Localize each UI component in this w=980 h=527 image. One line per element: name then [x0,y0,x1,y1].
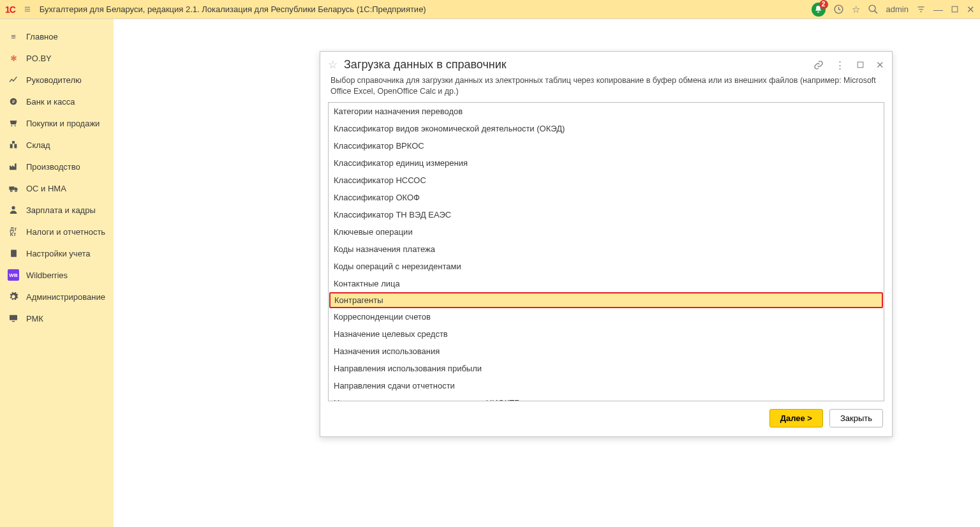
list-item[interactable]: Категории назначения переводов [329,103,884,120]
svg-rect-8 [9,186,14,189]
titlebar: 1C ≡ Бухгалтерия для Беларуси, редакция … [0,0,980,19]
svg-point-9 [10,190,12,192]
list-item[interactable]: Коды назначения платежа [329,241,884,258]
close-icon[interactable]: ✕ [967,4,975,15]
dialog-maximize-icon[interactable] [856,61,865,69]
sidebar-item-label: Склад [26,140,50,150]
list-item[interactable]: Нематериальные активы и расходы на НИОКТ… [329,394,884,401]
sidebar: ≡ Главное ✱ PO.BY Руководителю ₽ Банк и … [0,19,114,527]
dialog-header: ☆ Загрузка данных в справочник ⋮ ✕ [320,52,892,75]
sidebar-item-label: Администрирование [26,292,105,302]
sidebar-item-label: Налоги и отчетность [26,227,105,237]
sidebar-item-tax[interactable]: ДтКт Налоги и отчетность [0,221,114,242]
sidebar-item-rmk[interactable]: РМК [0,308,114,329]
user-label[interactable]: admin [886,4,909,14]
cart-icon [8,117,19,129]
sidebar-item-label: PO.BY [26,54,52,63]
sidebar-item-label: Производство [26,162,80,172]
list-item[interactable]: Ключевые операции [329,223,884,241]
link-icon[interactable] [813,60,824,70]
sidebar-item-production[interactable]: Производство [0,156,114,177]
coin-icon: ₽ [8,96,19,107]
gear-icon [8,291,19,302]
import-dialog: ☆ Загрузка данных в справочник ⋮ ✕ Выбор… [320,51,893,437]
sidebar-item-bank[interactable]: ₽ Банк и касса [0,91,114,112]
svg-point-10 [15,190,17,192]
svg-point-1 [869,5,875,11]
logo-1c: 1C [5,4,15,15]
sidebar-item-label: Руководителю [26,75,82,85]
sidebar-item-label: Wildberries [26,271,68,280]
burger-icon: ≡ [8,31,19,42]
svg-rect-13 [10,315,17,320]
svg-rect-15 [858,62,863,68]
list-item[interactable]: Классификатор видов экономической деятел… [329,120,884,137]
notification-badge: 2 [819,0,828,9]
chart-icon [8,74,19,85]
sidebar-item-settings[interactable]: Настройки учета [0,242,114,264]
next-button[interactable]: Далее > [769,409,823,427]
factory-icon [8,161,19,172]
list-item[interactable]: Контактные лица [329,275,884,292]
sidebar-item-label: Банк и касса [26,97,75,107]
sidebar-item-poby[interactable]: ✱ PO.BY [0,47,114,69]
sidebar-item-stock[interactable]: Склад [0,134,114,156]
dialog-button-bar: Далее > Закрыть [320,401,892,436]
menu-dots-icon[interactable]: ⋮ [835,59,845,71]
notifications-button[interactable]: 2 [812,3,826,17]
list-item[interactable]: Классификатор ОКОФ [329,189,884,206]
book-icon [8,248,19,259]
content-area: ☆ Загрузка данных в справочник ⋮ ✕ Выбор… [114,19,980,527]
list-item[interactable]: Классификатор ВРКОС [329,137,884,154]
svg-rect-14 [12,321,15,322]
sidebar-item-manager[interactable]: Руководителю [0,69,114,91]
app-title: Бухгалтерия для Беларуси, редакция 2.1. … [40,4,806,14]
list-item[interactable]: Направления сдачи отчетности [329,377,884,394]
minimize-icon[interactable]: — [933,4,943,15]
monitor-icon [8,313,19,324]
sidebar-item-main[interactable]: ≡ Главное [0,26,114,47]
list-item[interactable]: Классификатор единиц измерения [329,154,884,172]
sidebar-item-label: Настройки учета [26,249,90,258]
svg-rect-6 [14,144,17,149]
dialog-close-icon[interactable]: ✕ [876,59,884,71]
sidebar-item-admin[interactable]: Администрирование [0,286,114,308]
close-button[interactable]: Закрыть [829,409,883,427]
filter-icon[interactable] [916,4,926,14]
star-icon[interactable]: ☆ [852,4,860,15]
list-item[interactable]: Коды операций с нерезидентами [329,258,884,275]
history-icon[interactable] [833,4,844,15]
stock-icon [8,139,19,151]
sidebar-item-label: ОС и НМА [26,184,66,193]
sidebar-item-assets[interactable]: ОС и НМА [0,177,114,199]
sidebar-item-sales[interactable]: Покупки и продажи [0,112,114,134]
list-item[interactable]: Назначение целевых средств [329,325,884,343]
sidebar-item-hr[interactable]: Зарплата и кадры [0,199,114,221]
list-item[interactable]: Контрагенты [329,292,883,308]
dictionary-listbox[interactable]: Категории назначения переводовКлассифика… [328,102,884,401]
svg-rect-12 [11,249,17,256]
list-item[interactable]: Корреспонденции счетов [329,308,884,325]
list-item[interactable]: Направления использования прибыли [329,360,884,377]
titlebar-actions: 2 ☆ admin — ✕ [812,3,975,17]
person-icon [8,204,19,216]
list-item[interactable]: Классификатор НССОС [329,172,884,189]
truck-icon [8,182,19,194]
svg-point-11 [11,206,15,209]
svg-rect-2 [952,6,958,12]
sidebar-item-label: РМК [26,314,43,323]
sidebar-item-label: Покупки и продажи [26,119,100,128]
list-item[interactable]: Назначения использования [329,343,884,360]
svg-rect-5 [10,144,13,149]
svg-rect-7 [12,141,15,144]
favorite-star-icon[interactable]: ☆ [328,58,338,71]
search-icon[interactable] [868,4,879,15]
workzone: ≡ Главное ✱ PO.BY Руководителю ₽ Банк и … [0,19,980,527]
wb-icon: WB [8,269,19,281]
dialog-caption: Выбор справочника для загрузки данных из… [320,75,892,102]
sidebar-item-wildberries[interactable]: WB Wildberries [0,264,114,286]
maximize-icon[interactable] [951,5,959,13]
snow-icon: ✱ [8,52,19,64]
list-item[interactable]: Классификатор ТН ВЭД ЕАЭС [329,206,884,223]
main-menu-icon[interactable]: ≡ [24,3,31,16]
